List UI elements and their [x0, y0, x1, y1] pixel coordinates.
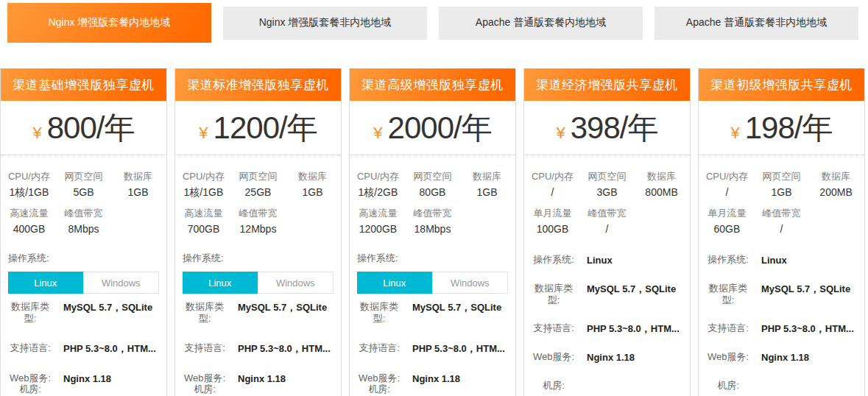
spec-row: CPU/内存/网页空间3GB数据库800MB — [527, 169, 687, 201]
detail-value: PHP 5.3~8.0，HTM... — [587, 322, 680, 335]
price-amount: 398 — [571, 110, 620, 145]
spec-label: 单月流量 — [527, 206, 578, 221]
plan-title: 渠道初级增强版共享虚机 — [710, 77, 853, 93]
spec-grid: CPU/内存1核/2GB网页空间80GB数据库1GB高速流量1200GB峰值带宽… — [350, 155, 515, 238]
detail-row: 机房: — [356, 383, 509, 395]
detail-value: Nginx 1.18 — [761, 351, 809, 364]
spec-row: CPU/内存/网页空间1GB数据库200MB — [702, 169, 861, 201]
detail-label: 支持语言: — [7, 342, 54, 354]
detail-label: Web服务: — [7, 372, 54, 384]
yuan-symbol: ¥ — [731, 124, 740, 142]
detail-label: 机房: — [181, 383, 228, 395]
detail-row: 机房: — [705, 380, 858, 392]
os-label: 操作系统: — [8, 252, 166, 264]
detail-label: Web服务: — [181, 372, 228, 384]
tab-plan-2[interactable]: Apache 普通版套餐内地地域 — [439, 7, 643, 40]
spec-value: 1200GB — [353, 221, 403, 238]
plan-price: ¥198/年 — [699, 101, 864, 155]
spec-cell: 数据库1GB — [462, 169, 512, 201]
detail-list: 操作系统:Linux数据库类型:MySQL 5.7，SQLite支持语言:PHP… — [524, 254, 690, 392]
spec-cell: 峰值带宽/ — [752, 206, 811, 238]
detail-value: MySQL 5.7，SQLite — [761, 283, 850, 295]
spec-label: 峰值带宽 — [578, 206, 636, 221]
spec-cell: 峰值带宽8Mbps — [54, 206, 113, 238]
detail-label: 支持语言: — [705, 322, 752, 334]
spec-cell: 单月流量60GB — [702, 206, 752, 238]
spec-value: 700GB — [178, 221, 229, 238]
spec-label: 峰值带宽 — [54, 206, 113, 221]
spec-cell: 峰值带宽18Mbps — [403, 206, 462, 238]
spec-label: 峰值带宽 — [752, 206, 811, 221]
plan-title: 渠道高级增强版独享虚机 — [361, 77, 504, 93]
spec-row: CPU/内存1核/2GB网页空间80GB数据库1GB — [353, 169, 512, 201]
spec-cell: CPU/内存/ — [527, 169, 578, 201]
plan-card: 渠道高级增强版独享虚机¥2000/年CPU/内存1核/2GB网页空间80GB数据… — [349, 68, 516, 396]
spec-cell: 高速流量700GB — [178, 206, 229, 238]
detail-value: Nginx 1.18 — [63, 372, 111, 385]
tab-plan-3[interactable]: Apache 普通版套餐非内地地域 — [654, 7, 858, 40]
detail-value: MySQL 5.7，SQLite — [63, 301, 152, 314]
detail-list: 数据库类型:MySQL 5.7，SQLite支持语言:PHP 5.3~8.0，H… — [175, 301, 341, 395]
spec-cell: 高速流量1200GB — [353, 206, 403, 238]
tab-bar: Nginx 增强版套餐内地地域Nginx 增强版套餐非内地地域Apache 普通… — [0, 0, 868, 46]
plan-card-header: 渠道标准增强版独享虚机 — [175, 68, 341, 101]
tab-plan-0[interactable]: Nginx 增强版套餐内地地域 — [7, 3, 211, 43]
detail-row: 数据库类型:MySQL 5.7，SQLite — [7, 301, 160, 325]
os-windows-button[interactable]: Windows — [83, 272, 160, 294]
detail-row: 数据库类型:MySQL 5.7，SQLite — [705, 283, 858, 306]
spec-value: 1GB — [287, 184, 338, 201]
detail-value: Nginx 1.18 — [587, 351, 635, 364]
os-linux-button[interactable]: Linux — [183, 272, 258, 294]
spec-cell: CPU/内存/ — [702, 169, 752, 201]
spec-row: 高速流量400GB峰值带宽8Mbps — [4, 206, 163, 238]
spec-label: 峰值带宽 — [229, 206, 287, 221]
detail-label: Web服务: — [705, 351, 752, 363]
plan-price: ¥398/年 — [524, 101, 690, 155]
detail-label: 支持语言: — [356, 342, 403, 354]
spec-value: / — [702, 184, 752, 201]
plan-price: ¥2000/年 — [350, 101, 515, 155]
price-amount: 1200 — [214, 110, 279, 145]
spec-grid: CPU/内存1核/1GB网页空间5GB数据库1GB高速流量400GB峰值带宽8M… — [1, 155, 166, 238]
plan-card-header: 渠道高级增强版独享虚机 — [350, 68, 515, 101]
spec-label: 高速流量 — [4, 206, 54, 221]
spec-row: CPU/内存1核/1GB网页空间25GB数据库1GB — [178, 169, 338, 201]
spec-value: 400GB — [4, 221, 54, 238]
spec-value: 3GB — [578, 184, 636, 201]
os-toggle: LinuxWindows — [357, 272, 508, 294]
os-windows-button[interactable]: Windows — [432, 272, 509, 294]
spec-cell: 数据库1GB — [113, 169, 163, 201]
os-windows-button[interactable]: Windows — [258, 272, 334, 294]
price-unit: /年 — [794, 110, 833, 145]
spec-label: CPU/内存 — [4, 169, 54, 184]
spec-label: 数据库 — [462, 169, 512, 184]
detail-row: Web服务:Nginx 1.18 — [530, 351, 684, 364]
spec-label: 数据库 — [287, 169, 338, 184]
spec-value: / — [752, 221, 811, 238]
spec-label: CPU/内存 — [527, 169, 578, 184]
detail-value: Nginx 1.18 — [412, 372, 460, 385]
spec-value: 1GB — [113, 184, 163, 201]
detail-value: MySQL 5.7，SQLite — [238, 301, 327, 314]
price-unit: /年 — [279, 110, 317, 145]
os-label: 操作系统: — [530, 254, 577, 266]
spec-row: 高速流量1200GB峰值带宽18Mbps — [353, 206, 512, 238]
tab-plan-1[interactable]: Nginx 增强版套餐非内地地域 — [223, 7, 427, 40]
spec-value: 1GB — [462, 184, 512, 201]
plan-card: 渠道经济增强版共享虚机¥398/年CPU/内存/网页空间3GB数据库800MB单… — [523, 68, 691, 396]
os-linux-button[interactable]: Linux — [357, 272, 432, 294]
yuan-symbol: ¥ — [33, 124, 42, 142]
detail-value: PHP 5.3~8.0，HTM... — [412, 342, 505, 355]
spec-label: CPU/内存 — [702, 169, 752, 184]
os-linux-button[interactable]: Linux — [8, 272, 83, 294]
detail-label: 机房: — [705, 380, 752, 392]
plan-card: 渠道基础增强版独享虚机¥800/年CPU/内存1核/1GB网页空间5GB数据库1… — [0, 68, 167, 396]
spec-label: 单月流量 — [702, 206, 752, 221]
plan-card: 渠道标准增强版独享虚机¥1200/年CPU/内存1核/1GB网页空间25GB数据… — [174, 68, 342, 396]
spec-value: 1GB — [752, 184, 811, 201]
detail-row: 支持语言:PHP 5.3~8.0，HTM... — [356, 342, 509, 355]
spec-value: 12Mbps — [229, 221, 287, 238]
detail-value: PHP 5.3~8.0，HTM... — [63, 342, 156, 355]
spec-cell: 数据库200MB — [811, 169, 861, 201]
spec-cell: CPU/内存1核/1GB — [4, 169, 54, 201]
